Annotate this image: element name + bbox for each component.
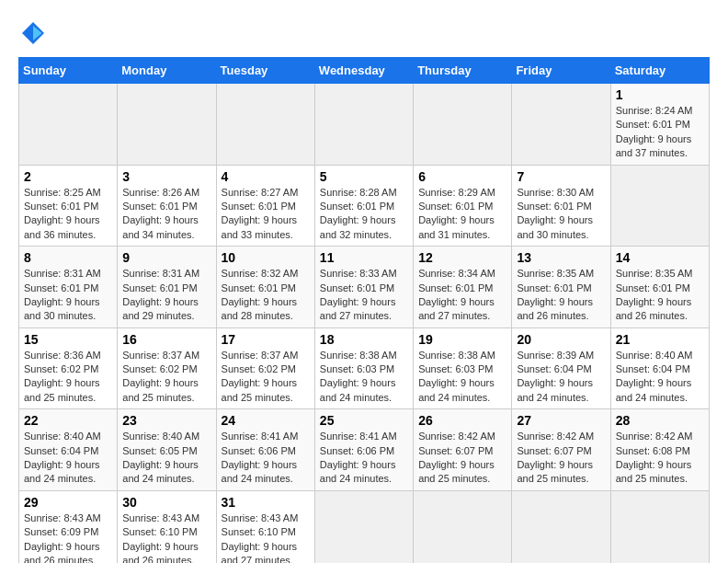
calendar-cell: 3 Sunrise: 8:26 AMSunset: 6:01 PMDayligh… — [118, 165, 216, 247]
calendar-cell: 16 Sunrise: 8:37 AMSunset: 6:02 PMDaylig… — [118, 327, 216, 409]
day-info: Sunrise: 8:42 AMSunset: 6:07 PMDaylight:… — [418, 430, 506, 487]
logo — [18, 18, 53, 48]
week-row-6: 29 Sunrise: 8:43 AMSunset: 6:09 PMDaylig… — [19, 490, 710, 563]
day-number: 26 — [418, 413, 506, 428]
day-number: 3 — [122, 169, 210, 184]
day-number: 2 — [24, 169, 112, 184]
calendar-cell: 8 Sunrise: 8:31 AMSunset: 6:01 PMDayligh… — [19, 247, 118, 328]
day-number: 15 — [24, 332, 112, 347]
day-info: Sunrise: 8:35 AMSunset: 6:01 PMDaylight:… — [517, 267, 605, 324]
calendar-cell — [610, 490, 709, 563]
calendar-cell: 15 Sunrise: 8:36 AMSunset: 6:02 PMDaylig… — [19, 327, 118, 409]
calendar-cell: 2 Sunrise: 8:25 AMSunset: 6:01 PMDayligh… — [19, 165, 118, 247]
day-info: Sunrise: 8:24 AMSunset: 6:01 PMDaylight:… — [616, 104, 704, 161]
calendar-cell: 1 Sunrise: 8:24 AMSunset: 6:01 PMDayligh… — [610, 84, 709, 166]
day-number: 18 — [320, 332, 408, 347]
day-number: 22 — [24, 413, 112, 428]
day-number: 5 — [320, 169, 408, 184]
col-header-thursday: Thursday — [414, 58, 512, 84]
day-number: 27 — [517, 413, 605, 428]
col-header-friday: Friday — [512, 58, 610, 84]
header-row: SundayMondayTuesdayWednesdayThursdayFrid… — [19, 58, 710, 84]
day-number: 28 — [616, 413, 704, 428]
calendar-table: SundayMondayTuesdayWednesdayThursdayFrid… — [18, 57, 710, 563]
calendar-cell: 26 Sunrise: 8:42 AMSunset: 6:07 PMDaylig… — [414, 409, 512, 491]
calendar-cell: 22 Sunrise: 8:40 AMSunset: 6:04 PMDaylig… — [19, 409, 118, 491]
week-row-2: 2 Sunrise: 8:25 AMSunset: 6:01 PMDayligh… — [19, 165, 710, 247]
day-info: Sunrise: 8:27 AMSunset: 6:01 PMDaylight:… — [222, 186, 310, 243]
calendar-cell: 18 Sunrise: 8:38 AMSunset: 6:03 PMDaylig… — [314, 327, 413, 409]
day-number: 11 — [320, 250, 408, 265]
col-header-wednesday: Wednesday — [314, 58, 413, 84]
day-info: Sunrise: 8:43 AMSunset: 6:10 PMDaylight:… — [122, 511, 210, 563]
week-row-1: 1 Sunrise: 8:24 AMSunset: 6:01 PMDayligh… — [19, 84, 710, 166]
day-number: 25 — [320, 413, 408, 428]
day-number: 4 — [222, 169, 310, 184]
col-header-tuesday: Tuesday — [216, 58, 314, 84]
calendar-cell: 20 Sunrise: 8:39 AMSunset: 6:04 PMDaylig… — [512, 327, 610, 409]
calendar-cell — [414, 84, 512, 166]
day-number: 16 — [122, 332, 210, 347]
calendar-cell — [512, 490, 610, 563]
calendar-cell: 28 Sunrise: 8:42 AMSunset: 6:08 PMDaylig… — [610, 409, 709, 491]
day-info: Sunrise: 8:35 AMSunset: 6:01 PMDaylight:… — [616, 267, 704, 324]
day-number: 14 — [616, 250, 704, 265]
day-number: 10 — [222, 250, 310, 265]
day-info: Sunrise: 8:38 AMSunset: 6:03 PMDaylight:… — [320, 349, 408, 406]
day-info: Sunrise: 8:34 AMSunset: 6:01 PMDaylight:… — [418, 267, 506, 324]
calendar-cell: 4 Sunrise: 8:27 AMSunset: 6:01 PMDayligh… — [216, 165, 314, 247]
week-row-5: 22 Sunrise: 8:40 AMSunset: 6:04 PMDaylig… — [19, 409, 710, 491]
col-header-monday: Monday — [118, 58, 216, 84]
day-info: Sunrise: 8:40 AMSunset: 6:04 PMDaylight:… — [616, 349, 704, 406]
day-info: Sunrise: 8:38 AMSunset: 6:03 PMDaylight:… — [418, 349, 506, 406]
day-number: 30 — [122, 495, 210, 510]
day-number: 6 — [418, 169, 506, 184]
calendar-cell — [610, 165, 709, 247]
calendar-cell: 7 Sunrise: 8:30 AMSunset: 6:01 PMDayligh… — [512, 165, 610, 247]
calendar-cell — [314, 84, 413, 166]
day-info: Sunrise: 8:41 AMSunset: 6:06 PMDaylight:… — [320, 430, 408, 487]
week-row-4: 15 Sunrise: 8:36 AMSunset: 6:02 PMDaylig… — [19, 327, 710, 409]
day-info: Sunrise: 8:36 AMSunset: 6:02 PMDaylight:… — [24, 349, 112, 406]
day-info: Sunrise: 8:43 AMSunset: 6:09 PMDaylight:… — [24, 511, 112, 563]
day-info: Sunrise: 8:40 AMSunset: 6:04 PMDaylight:… — [24, 430, 112, 487]
day-info: Sunrise: 8:32 AMSunset: 6:01 PMDaylight:… — [222, 267, 310, 324]
day-info: Sunrise: 8:42 AMSunset: 6:08 PMDaylight:… — [616, 430, 704, 487]
day-info: Sunrise: 8:26 AMSunset: 6:01 PMDaylight:… — [122, 186, 210, 243]
calendar-cell: 10 Sunrise: 8:32 AMSunset: 6:01 PMDaylig… — [216, 247, 314, 328]
calendar-cell: 9 Sunrise: 8:31 AMSunset: 6:01 PMDayligh… — [118, 247, 216, 328]
calendar-cell — [414, 490, 512, 563]
day-info: Sunrise: 8:31 AMSunset: 6:01 PMDaylight:… — [24, 267, 112, 324]
day-number: 13 — [517, 250, 605, 265]
day-number: 1 — [616, 87, 704, 102]
col-header-saturday: Saturday — [610, 58, 709, 84]
day-number: 23 — [122, 413, 210, 428]
day-info: Sunrise: 8:28 AMSunset: 6:01 PMDaylight:… — [320, 186, 408, 243]
day-info: Sunrise: 8:31 AMSunset: 6:01 PMDaylight:… — [122, 267, 210, 324]
calendar-cell: 17 Sunrise: 8:37 AMSunset: 6:02 PMDaylig… — [216, 327, 314, 409]
day-info: Sunrise: 8:29 AMSunset: 6:01 PMDaylight:… — [418, 186, 506, 243]
calendar-cell — [118, 84, 216, 166]
day-info: Sunrise: 8:43 AMSunset: 6:10 PMDaylight:… — [222, 511, 310, 563]
calendar-cell — [314, 490, 413, 563]
logo-icon — [18, 18, 48, 48]
day-number: 24 — [222, 413, 310, 428]
calendar-cell: 13 Sunrise: 8:35 AMSunset: 6:01 PMDaylig… — [512, 247, 610, 328]
day-info: Sunrise: 8:42 AMSunset: 6:07 PMDaylight:… — [517, 430, 605, 487]
calendar-cell: 29 Sunrise: 8:43 AMSunset: 6:09 PMDaylig… — [19, 490, 118, 563]
calendar-cell: 30 Sunrise: 8:43 AMSunset: 6:10 PMDaylig… — [118, 490, 216, 563]
day-info: Sunrise: 8:30 AMSunset: 6:01 PMDaylight:… — [517, 186, 605, 243]
calendar-cell — [19, 84, 118, 166]
calendar-cell: 12 Sunrise: 8:34 AMSunset: 6:01 PMDaylig… — [414, 247, 512, 328]
day-number: 21 — [616, 332, 704, 347]
week-row-3: 8 Sunrise: 8:31 AMSunset: 6:01 PMDayligh… — [19, 247, 710, 328]
day-number: 31 — [222, 495, 310, 510]
day-info: Sunrise: 8:40 AMSunset: 6:05 PMDaylight:… — [122, 430, 210, 487]
day-info: Sunrise: 8:33 AMSunset: 6:01 PMDaylight:… — [320, 267, 408, 324]
calendar-cell: 25 Sunrise: 8:41 AMSunset: 6:06 PMDaylig… — [314, 409, 413, 491]
day-number: 8 — [24, 250, 112, 265]
day-number: 20 — [517, 332, 605, 347]
day-info: Sunrise: 8:37 AMSunset: 6:02 PMDaylight:… — [222, 349, 310, 406]
calendar-cell: 14 Sunrise: 8:35 AMSunset: 6:01 PMDaylig… — [610, 247, 709, 328]
day-number: 19 — [418, 332, 506, 347]
